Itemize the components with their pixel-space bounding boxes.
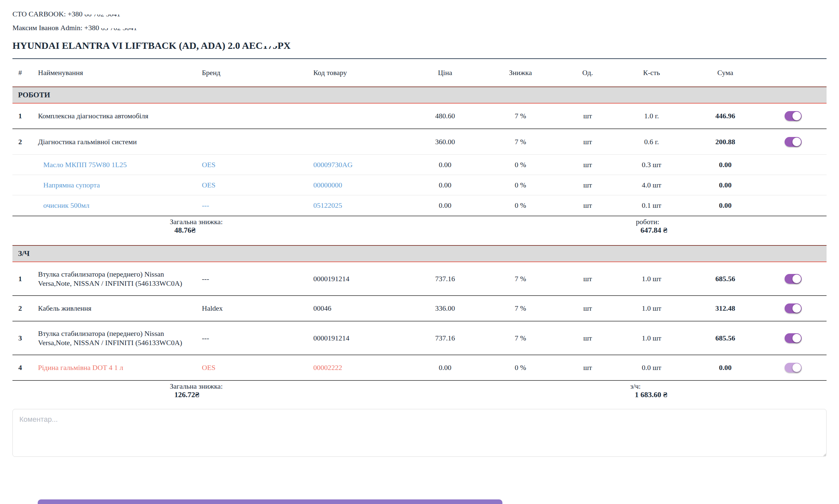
total-discount-label: Загальна знижка: [170,218,223,226]
header-col-sum: Сума [691,69,760,77]
unit-cell: шт [563,275,612,283]
unit-cell: шт [563,201,612,210]
unit-cell: шт [563,334,612,342]
item-code[interactable]: 05122025 [304,201,412,210]
table-body: РОБОТИ1Комплексна діагностика автомобіля… [13,87,826,400]
total-sum-label: роботи: [636,218,667,226]
total-sum-value: 1 683.60 ₴ [635,391,667,399]
item-brand: --- [193,334,304,342]
vehicle-title-text: HYUNDAI ELANTRA VI LIFTBACK (AD, ADA) 2.… [13,40,263,51]
section-totals-parts: Загальна знижка:126.72₴з/ч:1 683.60 ₴ [13,380,826,400]
qty-cell: 4.0 шт [612,181,691,190]
toggle-cell [760,333,826,343]
table-row: 3Втулка стабилизатора (переднего) Nissan… [13,322,826,355]
toggle-cell [760,363,826,373]
admin-contact-prefix: Максим Іванов Admin: +380 [13,23,101,32]
total-discount-value: 126.72₴ [174,391,223,399]
sum-cell: 446.96 [691,112,760,120]
item-brand: --- [193,201,304,210]
item-code[interactable]: 00009730AG [304,161,412,169]
price-cell: 0.00 [412,363,478,372]
item-brand: Haldex [193,304,304,313]
qty-cell: 0.1 шт [612,201,691,210]
total-discount: Загальна знижка:48.76₴ [170,218,223,235]
qty-cell: 0.3 шт [612,161,691,169]
toggle-knob [792,275,801,283]
table-row: 1Комплексна діагностика автомобіля480.60… [13,104,826,129]
item-name: Кабель живлення [29,304,193,313]
item-name[interactable]: очисник 500мл [29,201,193,210]
sum-cell: 0.00 [691,181,760,190]
item-code: 0000191214 [304,334,412,342]
row-number: 1 [13,112,29,120]
sum-cell: 685.56 [691,334,760,342]
total-sum: роботи:647.84 ₴ [636,218,667,235]
toggle-cell [760,274,826,284]
qty-cell: 1.0 шт [612,304,691,313]
unit-cell: шт [563,363,612,372]
toggle-knob [792,334,801,342]
bottom-action-bar[interactable] [38,499,502,504]
item-name: Втулка стабилизатора (переднего) Nissan … [29,329,193,347]
item-name: Діагностика гальмівної системи [29,137,193,146]
item-code[interactable]: 00002222 [304,363,412,372]
table-row: 1Втулка стабилизатора (переднего) Nissan… [13,262,826,296]
header-col-name: Найменування [29,68,193,77]
item-code[interactable]: 00000000 [304,181,412,190]
discount-cell: 0 % [478,201,563,210]
discount-cell: 0 % [478,363,563,372]
item-toggle[interactable] [785,333,802,343]
toggle-knob [792,138,801,146]
toggle-knob [792,363,801,372]
unit-cell: шт [563,161,612,169]
item-brand: OES [193,161,304,169]
discount-cell: 0 % [478,161,563,169]
discount-cell: 7 % [478,112,563,120]
qty-cell: 0.0 шт [612,363,691,372]
table-row: 2Кабель живленняHaldex00046336.007 %шт1.… [13,296,826,322]
item-toggle[interactable] [785,363,802,373]
item-brand: --- [193,275,304,283]
item-toggle[interactable] [785,137,802,147]
table-row: очисник 500мл---051220250.000 %шт0.1 шт0… [13,195,826,216]
sum-cell: 312.48 [691,304,760,313]
item-name[interactable]: Напрямна супорта [29,181,193,190]
item-brand: OES [193,363,304,372]
toggle-knob [792,304,801,313]
toggle-knob [792,112,801,120]
section-totals-works: Загальна знижка:48.76₴роботи:647.84 ₴ [13,216,826,236]
table-row: 2Діагностика гальмівної системи360.007 %… [13,129,826,155]
table-row: Масло МКПП 75W80 1L25OES00009730AG0.000 … [13,155,826,175]
comment-input[interactable] [13,409,826,457]
item-code: 0000191214 [304,275,412,283]
discount-cell: 7 % [478,138,563,146]
discount-cell: 0 % [478,181,563,190]
section-header-parts: З/Ч [13,245,826,262]
price-cell: 480.60 [412,112,478,120]
sum-cell: 0.00 [691,201,760,210]
row-number: 2 [13,304,29,313]
total-sum-value: 647.84 ₴ [640,226,667,235]
price-cell: 0.00 [412,181,478,190]
plate-suffix: PX [278,40,291,51]
total-sum-label: з/ч: [630,382,667,391]
table-header-row: #НайменуванняБрендКод товаруЦінаЗнижкаОд… [13,59,826,87]
item-toggle[interactable] [785,274,802,284]
toggle-cell [760,303,826,313]
header-col-qty: К-сть [612,69,691,77]
header-col-discount: Знижка [478,69,563,77]
qty-cell: 1.0 шт [612,275,691,283]
price-cell: 737.16 [412,275,478,283]
item-name[interactable]: Рідина гальмівна DOT 4 1 л [29,363,193,372]
toggle-cell [760,111,826,121]
work-order-page: { "header": { "contact1": { "prefix": "С… [0,0,839,504]
table-row: Напрямна супортаOES000000000.000 %шт4.0 … [13,175,826,195]
unit-cell: шт [563,112,612,120]
sum-cell: 200.88 [691,138,760,146]
item-toggle[interactable] [785,111,802,121]
item-name[interactable]: Масло МКПП 75W80 1L25 [29,160,193,169]
price-cell: 0.00 [412,201,478,210]
plate-number-redacted: 179 [263,40,278,51]
item-toggle[interactable] [785,303,802,313]
unit-cell: шт [563,181,612,190]
